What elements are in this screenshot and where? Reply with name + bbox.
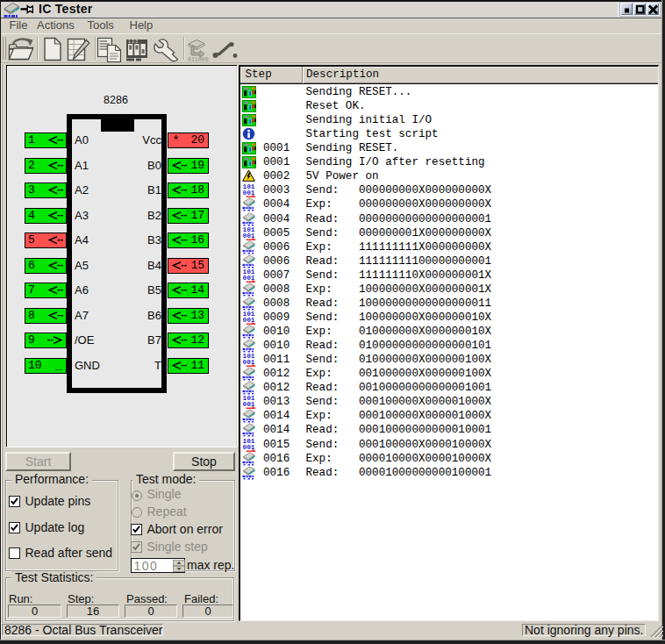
svg-text:1 2 3: 1 2 3 <box>128 39 138 44</box>
svg-text:0110001: 0110001 <box>188 57 210 62</box>
